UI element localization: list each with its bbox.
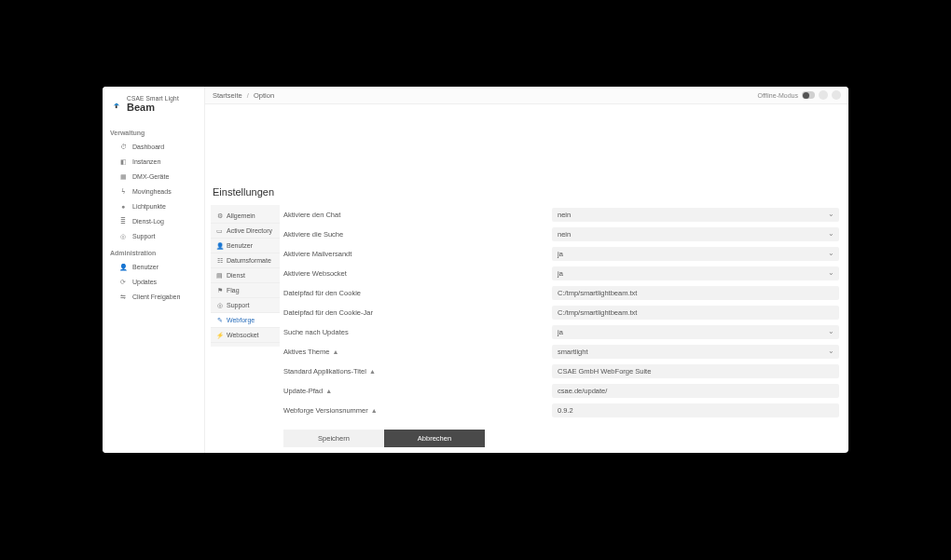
user-menu-icon[interactable] <box>832 90 841 100</box>
cube-icon: ◧ <box>119 158 127 166</box>
sidebar-item-label: Movingheads <box>132 188 172 195</box>
sidebar-item-instanzen[interactable]: ◧Instanzen <box>103 155 204 170</box>
warning-icon: ▲ <box>325 388 332 394</box>
form-row: Aktives Theme▲smartlight <box>283 342 839 362</box>
form-label: Aktiviere Websocket <box>283 269 544 278</box>
form-row: Standard Applikations-Titel▲ <box>283 362 839 381</box>
settings-form: Aktiviere den ChatneinAktiviere die Such… <box>274 183 848 453</box>
main: Startseite / Option Offline-Modus Einste… <box>205 87 848 453</box>
input-9[interactable] <box>552 384 839 398</box>
select-7[interactable]: smartlight <box>552 345 839 359</box>
select-1[interactable]: nein <box>552 227 839 241</box>
form-row: Aktiviere den Chatnein <box>283 205 839 225</box>
breadcrumb-current: Option <box>254 91 274 100</box>
tab-dienst[interactable]: ▤Dienst <box>211 268 280 283</box>
sidebar-item-support[interactable]: ◎Support <box>103 229 204 244</box>
tab-webforge[interactable]: ✎Webforge <box>211 313 280 328</box>
list-icon: ≣ <box>119 218 127 225</box>
input-4[interactable] <box>552 286 839 300</box>
content <box>205 104 848 183</box>
tab-label: Benutzer <box>227 242 253 249</box>
nav-heading-administration: Administration <box>103 244 204 260</box>
breadcrumb-home[interactable]: Startseite <box>213 91 242 100</box>
app-window: CSAE Smart Light Beam Verwaltung ⏱Dashbo… <box>103 87 848 453</box>
form-label: Update-Pfad▲ <box>283 387 544 395</box>
pencil-icon: ✎ <box>216 317 223 323</box>
tab-support[interactable]: ◎Support <box>211 298 280 313</box>
user-icon: 👤 <box>119 264 127 271</box>
sidebar-item-benutzer[interactable]: 👤Benutzer <box>103 260 204 275</box>
sidebar-item-label: Instanzen <box>132 158 160 165</box>
plug-icon: ⚡ <box>216 332 223 338</box>
topbar-right: Offline-Modus <box>758 90 841 100</box>
sidebar-item-label: DMX-Geräte <box>132 173 169 180</box>
tachometer-icon: ⏱ <box>119 143 127 151</box>
server-icon: ▤ <box>216 272 223 279</box>
form-label: Standard Applikations-Titel▲ <box>283 367 544 376</box>
form-row: Dateipfad für den Cookie-Jar <box>283 303 839 322</box>
offline-toggle[interactable] <box>802 91 815 99</box>
sidebar-item-movingheads[interactable]: ϟMovingheads <box>103 184 204 199</box>
tab-label: Active Directory <box>227 227 272 234</box>
sidebar-item-label: Dashboard <box>132 143 164 150</box>
sidebar-item-lichtpunkte[interactable]: ●Lichtpunkte <box>103 199 204 214</box>
breadcrumb-sep: / <box>247 91 249 100</box>
save-button[interactable]: Speichern <box>283 430 384 447</box>
tab-flag[interactable]: ⚑Flag <box>211 283 280 298</box>
form-label: Aktives Theme▲ <box>283 348 544 356</box>
sidebar-item-label: Support <box>132 233 156 239</box>
cogs-icon: ⚙ <box>216 212 223 219</box>
life-ring-icon: ◎ <box>119 233 127 240</box>
tab-label: Dienst <box>227 272 245 279</box>
tab-datumsformate[interactable]: ☷Datumsformate <box>211 253 280 268</box>
input-10[interactable] <box>552 403 839 417</box>
avatar[interactable] <box>819 90 828 100</box>
form-area <box>205 104 224 183</box>
form-label: Aktiviere den Chat <box>283 211 544 219</box>
logo: CSAE Smart Light Beam <box>103 90 204 124</box>
tab-active-directory[interactable]: ▭Active Directory <box>211 224 280 239</box>
tab-label: Support <box>227 302 250 308</box>
sidebar-item-dmx-ger-te[interactable]: ▦DMX-Geräte <box>103 170 204 184</box>
sidebar-item-updates[interactable]: ⟳Updates <box>103 275 204 290</box>
form-row: Aktiviere die Suchenein <box>283 225 839 244</box>
form-row: Dateipfad für den Cookie <box>283 283 839 303</box>
sidebar-item-label: Benutzer <box>132 264 158 270</box>
sidebar: CSAE Smart Light Beam Verwaltung ⏱Dashbo… <box>103 87 205 453</box>
form-row: Webforge Versionsnummer▲ <box>283 401 839 420</box>
refresh-icon: ⟳ <box>119 279 127 286</box>
select-0[interactable]: nein <box>552 208 839 222</box>
tab-label: Datumsformate <box>227 257 271 264</box>
input-5[interactable] <box>552 306 839 320</box>
tab-benutzer[interactable]: 👤Benutzer <box>211 239 280 253</box>
tab-label: Webforge <box>227 317 255 323</box>
sidebar-item-label: Dienst-Log <box>132 218 164 225</box>
lightbulb-icon: ϟ <box>119 188 127 196</box>
input-8[interactable] <box>552 364 839 378</box>
sidebar-item-dashboard[interactable]: ⏱Dashboard <box>103 140 204 155</box>
user-icon: 👤 <box>216 242 223 249</box>
sidebar-item-dienst-log[interactable]: ≣Dienst-Log <box>103 214 204 229</box>
logo-line2: Beam <box>127 102 179 113</box>
cancel-button[interactable]: Abbrechen <box>384 430 485 447</box>
select-6[interactable]: ja <box>552 325 839 339</box>
sidebar-item-client-freigaben[interactable]: ⇋Client Freigaben <box>103 290 204 305</box>
tabs-column: ⚙Allgemein▭Active Directory👤Benutzer☷Dat… <box>211 205 280 347</box>
calendar-icon: ☷ <box>216 257 223 264</box>
form-label: Aktiviere die Suche <box>283 230 544 239</box>
tab-websocket[interactable]: ⚡Websocket <box>211 328 280 343</box>
select-2[interactable]: ja <box>552 247 839 261</box>
nav-group-2: 👤Benutzer⟳Updates⇋Client Freigaben <box>103 260 204 305</box>
logo-text: CSAE Smart Light Beam <box>127 96 179 113</box>
life-ring-icon: ◎ <box>216 302 223 308</box>
form-label: Suche nach Updates <box>283 328 544 336</box>
button-row: Speichern Abbrechen <box>283 430 839 447</box>
form-row: Update-Pfad▲ <box>283 381 839 401</box>
tab-allgemein[interactable]: ⚙Allgemein <box>211 209 280 224</box>
select-3[interactable]: ja <box>552 266 839 280</box>
offline-mode-label: Offline-Modus <box>758 92 798 99</box>
form-row: Suche nach Updatesja <box>283 322 839 342</box>
tab-label: Websocket <box>227 332 259 338</box>
sidebar-item-label: Lichtpunkte <box>132 203 166 210</box>
flag-icon: ⚑ <box>216 287 223 294</box>
